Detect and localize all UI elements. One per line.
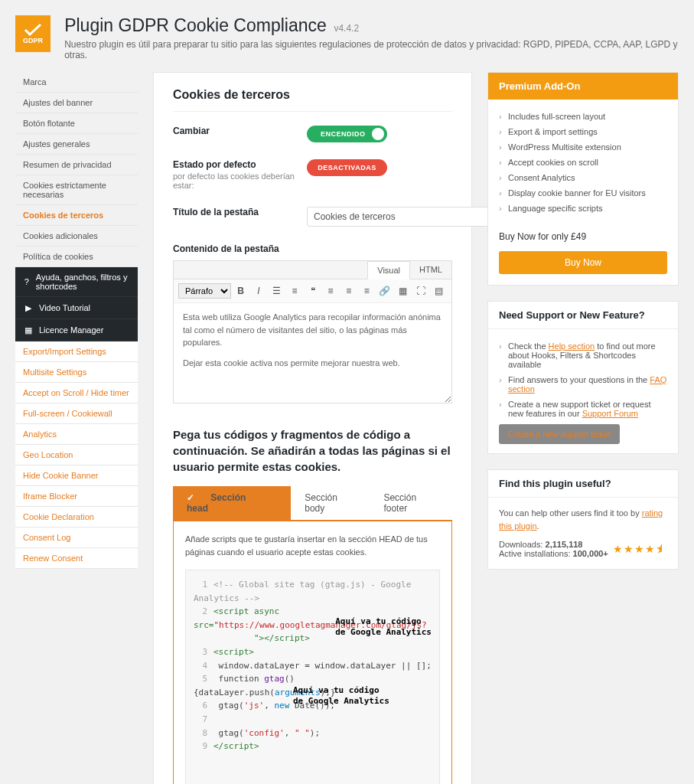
code-editor[interactable]: 1<!-- Global site tag (gtag.js) - Google…: [185, 570, 440, 784]
sidebar-item[interactable]: Cookies de terceros: [15, 205, 138, 226]
default-state-toggle[interactable]: DESACTIVADAS: [307, 159, 387, 176]
more-icon[interactable]: ▦: [394, 283, 411, 299]
version-label: v4.4.2: [334, 23, 359, 34]
sidebar-item[interactable]: Ajustes del banner: [15, 93, 138, 113]
enable-toggle[interactable]: ENCENDIDO: [307, 126, 387, 142]
page-header: GDPR Plugin GDPR Cookie Compliance v4.4.…: [15, 8, 679, 72]
code-hint: Añade scripts que te gustaría insertar e…: [185, 533, 440, 558]
premium-feature-item: Display cookie banner for EU visitors: [499, 185, 667, 201]
tab-footer[interactable]: Sección footer: [370, 486, 452, 520]
sidebar-item-premium[interactable]: Export/Import Settings: [15, 341, 138, 362]
premium-feature-item: Consent Analytics: [499, 170, 667, 185]
sidebar-item-premium[interactable]: Renew Consent: [15, 548, 138, 569]
premium-feature-item: Export & import settings: [499, 124, 667, 139]
sidebar-item-premium[interactable]: Hide Cookie Banner: [15, 466, 138, 486]
sidebar-item[interactable]: Ajustes generales: [15, 134, 138, 155]
fullscreen-icon[interactable]: ⛶: [412, 283, 429, 299]
tab-head[interactable]: ✓ Sección head: [173, 486, 291, 520]
code-panel: Añade scripts que te gustaría insertar e…: [173, 521, 452, 784]
support-item: Find answers to your questions in the FA…: [499, 372, 667, 397]
downloads-stat: Downloads: 2,115,118: [499, 540, 608, 549]
align-center-icon[interactable]: ≡: [340, 283, 357, 299]
support-item: Check the Help section to find out more …: [499, 338, 667, 372]
sidebar-item-dark[interactable]: ▦Licence Manager: [15, 319, 138, 341]
premium-card: Premium Add-On Includes full-screen layo…: [487, 72, 679, 286]
sidebar-item[interactable]: Botón flotante: [15, 113, 138, 134]
tab-title-input[interactable]: [307, 207, 506, 227]
useful-card: Find this plugin useful? You can help ot…: [487, 469, 679, 570]
sidebar-item[interactable]: Cookies adicionales: [15, 226, 138, 247]
sidebar-item-premium[interactable]: Full-screen / Cookiewall: [15, 403, 138, 424]
sidebar-item-premium[interactable]: Cookie Declaration: [15, 507, 138, 528]
help-link[interactable]: Help section: [549, 341, 595, 351]
tab-body[interactable]: Sección body: [291, 486, 370, 520]
default-state-label: Estado por defecto por defecto las cooki…: [173, 159, 307, 190]
editor-tab-visual[interactable]: Visual: [367, 261, 410, 279]
tab-title-label: Título de la pestaña: [173, 207, 307, 217]
useful-title: Find this plugin useful?: [488, 470, 678, 498]
sidebar-item-dark[interactable]: ▶Video Tutorial: [15, 297, 138, 319]
sidebar-item[interactable]: Resumen de privacidad: [15, 155, 138, 175]
paste-code-heading: Pega tus códigos y fragmentos de código …: [173, 426, 452, 475]
play-icon: ▶: [23, 302, 34, 313]
code-annotation-1: Aquí va tu código de Google Analytics: [335, 616, 432, 639]
support-item: Create a new support ticket or request n…: [499, 397, 667, 421]
premium-feature-item: Accept cookies on scroll: [499, 155, 667, 170]
align-left-icon[interactable]: ≡: [322, 283, 339, 299]
align-right-icon[interactable]: ≡: [358, 283, 375, 299]
key-icon: ▦: [23, 325, 34, 335]
sidebar-nav: MarcaAjustes del bannerBotón flotanteAju…: [15, 72, 138, 569]
bold-icon[interactable]: B: [233, 283, 249, 299]
forum-link[interactable]: Support Forum: [582, 409, 638, 418]
quote-icon[interactable]: ❝: [305, 283, 321, 299]
star-rating-icon: ★★★★⯨: [613, 543, 667, 555]
sidebar-item[interactable]: Cookies estrictamente necesarias: [15, 175, 138, 205]
list-ul-icon[interactable]: ☰: [269, 283, 285, 299]
sidebar-item-premium[interactable]: Accept on Scroll / Hide timer: [15, 383, 138, 403]
create-ticket-button[interactable]: Create a new support ticket: [499, 424, 620, 444]
rich-editor: Visual HTML Párrafo B I ☰ ≡ ❝ ≡ ≡ ≡ 🔗: [173, 260, 452, 403]
rating-prompt: You can help other users find it too by …: [499, 507, 667, 532]
toolbar-toggle-icon[interactable]: ▤: [431, 283, 448, 299]
gdpr-logo: GDPR: [15, 15, 51, 52]
editor-content[interactable]: Esta web utiliza Google Analytics para r…: [174, 303, 451, 403]
main-panel: Cookies de terceros Cambiar ENCENDIDO Es…: [153, 72, 472, 784]
list-ol-icon[interactable]: ≡: [286, 283, 303, 299]
editor-tab-html[interactable]: HTML: [410, 261, 451, 279]
code-section-tabs: ✓ Sección head Sección body Sección foot…: [173, 486, 452, 521]
premium-title: Premium Add-On: [488, 73, 678, 100]
page-title: Plugin GDPR Cookie Compliance: [64, 15, 327, 36]
code-annotation-2: Aquí va tu código de Google Analytics: [293, 685, 389, 707]
premium-feature-item: Language specific scripts: [499, 201, 667, 216]
sidebar-item-premium[interactable]: Consent Log: [15, 528, 138, 548]
sidebar-item-premium[interactable]: Multisite Settings: [15, 362, 138, 383]
sidebar-item-premium[interactable]: Iframe Blocker: [15, 486, 138, 507]
sidebar-item-premium[interactable]: Analytics: [15, 424, 138, 445]
italic-icon[interactable]: I: [250, 283, 267, 299]
sidebar-item-dark[interactable]: ?Ayuda, ganchos, filtros y shortcodes: [15, 267, 138, 297]
installs-stat: Active installations: 100,000+: [499, 549, 608, 558]
format-select[interactable]: Párrafo: [178, 283, 231, 299]
sidebar-item[interactable]: Marca: [15, 72, 138, 93]
sidebar-item[interactable]: Política de cookies: [15, 247, 138, 267]
sidebar-item-premium[interactable]: Geo Location: [15, 445, 138, 466]
section-heading: Cookies de terceros: [173, 88, 452, 112]
link-icon[interactable]: 🔗: [376, 283, 393, 299]
tab-content-label: Contenido de la pestaña: [173, 243, 307, 254]
support-title: Need Support or New Feature?: [488, 302, 678, 329]
premium-feature-item: WordPress Multisite extension: [499, 139, 667, 155]
page-subtitle: Nuestro plugin es útil para preparar tu …: [64, 39, 679, 60]
editor-toolbar: Párrafo B I ☰ ≡ ❝ ≡ ≡ ≡ 🔗 ▦ ⛶ ▤: [174, 279, 451, 303]
switch-label: Cambiar: [173, 126, 307, 136]
buy-now-button[interactable]: Buy Now: [499, 251, 667, 274]
support-card: Need Support or New Feature? Check the H…: [487, 301, 679, 454]
premium-feature-item: Includes full-screen layout: [499, 109, 667, 124]
help-icon: ?: [23, 276, 31, 287]
buy-price-line: Buy Now for only £49: [488, 225, 678, 245]
